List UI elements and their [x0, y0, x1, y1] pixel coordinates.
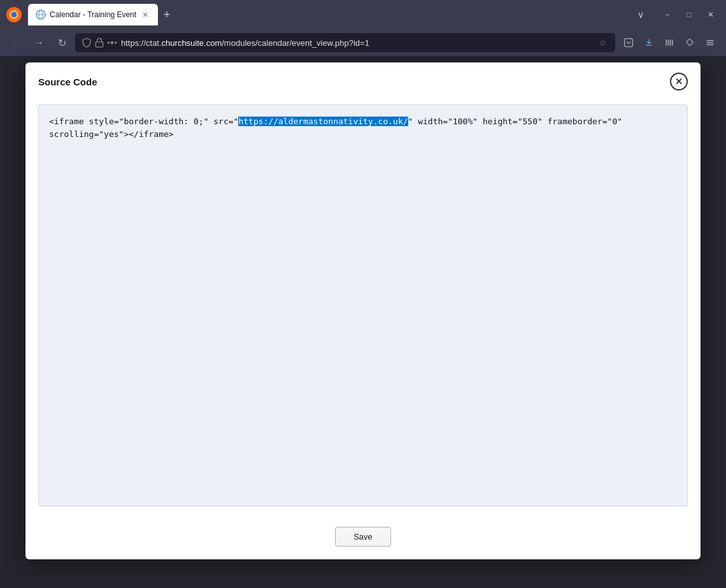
menu-button[interactable] — [701, 33, 720, 52]
page-content: Source Code ✕ <iframe style="border-widt… — [0, 56, 726, 588]
tab-bar: Calendar - Training Event × + ∨ — [28, 4, 650, 25]
svg-rect-15 — [706, 40, 713, 41]
tab-globe-icon — [36, 10, 46, 20]
title-bar: Calendar - Training Event × + ∨ − □ ✕ — [0, 0, 726, 29]
forward-button[interactable]: → — [29, 33, 48, 52]
svg-point-7 — [111, 41, 114, 45]
svg-point-9 — [115, 41, 117, 43]
code-before-highlight: <iframe style="border-width: 0;" src=" — [49, 117, 238, 126]
minimize-button[interactable]: − — [657, 6, 678, 24]
nav-bar: ← → ↻ — [0, 29, 726, 56]
svg-rect-13 — [670, 39, 671, 46]
code-highlighted-url: https://aldermastonnativity.co.uk/ — [238, 117, 408, 126]
svg-rect-16 — [706, 42, 713, 43]
tab-close-button[interactable]: × — [140, 10, 150, 20]
extensions-button[interactable] — [680, 33, 699, 52]
svg-rect-17 — [706, 44, 713, 45]
library-button[interactable] — [660, 33, 679, 52]
close-button[interactable]: ✕ — [701, 6, 721, 24]
new-tab-button[interactable]: + — [158, 6, 176, 24]
window-controls: − □ ✕ — [657, 6, 721, 24]
modal-close-button[interactable]: ✕ — [670, 73, 688, 90]
lock-icon — [94, 38, 104, 48]
modal-header: Source Code ✕ — [25, 62, 701, 98]
tab-menu-button[interactable]: ∨ — [632, 6, 650, 24]
svg-rect-14 — [672, 39, 673, 46]
close-x-icon: ✕ — [675, 76, 683, 87]
back-button[interactable]: ← — [6, 33, 25, 52]
svg-point-2 — [11, 12, 17, 17]
svg-rect-6 — [96, 42, 103, 47]
address-bar[interactable]: https://ctat.churchsuite.com/modules/cal… — [75, 33, 615, 52]
url-text: https://ctat.churchsuite.com/modules/cal… — [121, 38, 592, 48]
address-security-icons — [82, 38, 117, 48]
svg-point-8 — [108, 41, 110, 43]
shield-icon — [82, 38, 92, 48]
svg-rect-10 — [625, 39, 633, 47]
source-code-modal: Source Code ✕ <iframe style="border-widt… — [25, 62, 701, 559]
source-code-editor[interactable]: <iframe style="border-width: 0;" src="ht… — [38, 104, 688, 506]
active-tab[interactable]: Calendar - Training Event × — [28, 4, 158, 25]
tab-title-label: Calendar - Training Event — [50, 10, 136, 19]
svg-rect-11 — [666, 39, 667, 46]
browser-window: Calendar - Training Event × + ∨ − □ ✕ ← … — [0, 0, 726, 588]
refresh-button[interactable]: ↻ — [52, 33, 71, 52]
save-button[interactable]: Save — [335, 527, 391, 547]
pocket-button[interactable] — [619, 33, 638, 52]
svg-rect-12 — [668, 39, 669, 46]
download-button[interactable] — [639, 33, 658, 52]
code-content: <iframe style="border-width: 0;" src="ht… — [49, 115, 677, 140]
bookmark-star-icon[interactable]: ☆ — [596, 36, 609, 49]
modal-body: <iframe style="border-width: 0;" src="ht… — [25, 98, 701, 519]
maximize-button[interactable]: □ — [679, 6, 699, 24]
toolbar-right — [619, 33, 720, 52]
modal-footer: Save — [25, 519, 701, 559]
modal-title: Source Code — [38, 76, 97, 87]
connection-icon — [107, 38, 117, 48]
firefox-logo-icon — [5, 6, 23, 24]
modal-overlay: Source Code ✕ <iframe style="border-widt… — [0, 56, 726, 588]
